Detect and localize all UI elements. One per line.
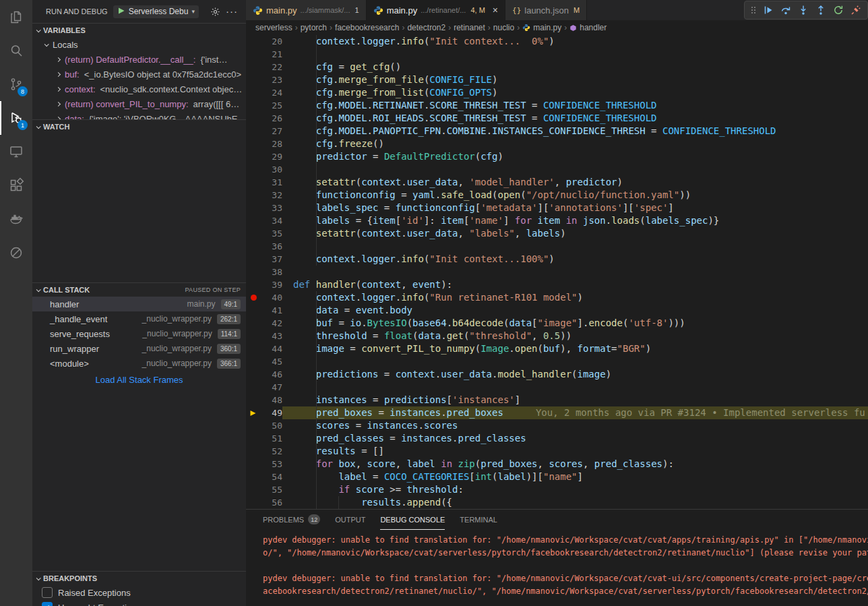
code-line[interactable]: 52 results = []	[246, 445, 868, 458]
code-line[interactable]: 44 image = convert_PIL_to_numpy(Image.op…	[246, 342, 868, 355]
line-number[interactable]: 54	[261, 471, 282, 483]
breadcrumb-item[interactable]: detectron2	[407, 23, 445, 32]
variable-row[interactable]: (return) convert_PIL_to_numpy: array([[[…	[32, 96, 246, 111]
line-number[interactable]: 52	[261, 445, 282, 458]
code-line[interactable]: 25 cfg.MODEL.RETINANET.SCORE_THRESH_TEST…	[246, 99, 868, 112]
code-line[interactable]: 29 predictor = DefaultPredictor(cfg)	[246, 150, 868, 163]
code-editor[interactable]: 20 context.logger.info("Init context... …	[246, 35, 868, 509]
line-number[interactable]: 25	[261, 99, 282, 112]
line-number[interactable]: 51	[261, 432, 282, 445]
line-number[interactable]: 49	[261, 406, 282, 419]
code-line[interactable]: 21	[246, 48, 868, 61]
code-line[interactable]: 47	[246, 381, 868, 394]
code-line[interactable]: 22 cfg = get_cfg()	[246, 61, 868, 73]
line-number[interactable]: 38	[261, 266, 282, 278]
panel-tab-output[interactable]: OUTPUT	[335, 510, 365, 530]
checkbox[interactable]: ✓	[42, 602, 53, 606]
stack-frame[interactable]: handlermain.py49:1	[32, 297, 246, 311]
call-stack-section-header[interactable]: CALL STACK PAUSED ON STEP	[32, 283, 246, 297]
line-number[interactable]: 36	[261, 240, 282, 253]
code-line[interactable]: 20 context.logger.info("Init context... …	[246, 35, 868, 48]
code-line[interactable]: 34 labels = {item['id']: item['name'] fo…	[246, 214, 868, 227]
line-number[interactable]: 45	[261, 355, 282, 368]
debug-current-line-arrow-icon[interactable]	[246, 406, 261, 419]
search-icon[interactable]	[0, 34, 32, 67]
line-number[interactable]: 34	[261, 214, 282, 227]
line-number[interactable]: 22	[261, 61, 282, 73]
code-line[interactable]: 41 data = event.body	[246, 304, 868, 317]
breadcrumb-item[interactable]: nuclio	[493, 23, 514, 32]
line-number[interactable]: 55	[261, 483, 282, 496]
panel-tab-problems[interactable]: PROBLEMS12	[263, 510, 320, 530]
breadcrumb-item[interactable]: serverless	[255, 23, 292, 32]
variables-section-header[interactable]: VARIABLES	[32, 24, 246, 37]
docker-icon[interactable]	[0, 202, 32, 236]
code-line[interactable]: 56 results.append({	[246, 496, 868, 509]
code-line[interactable]: 53 for box, score, label in zip(pred_box…	[246, 458, 868, 471]
line-number[interactable]: 37	[261, 253, 282, 266]
variable-row[interactable]: (return) DefaultPredictor.__call__: {'in…	[32, 52, 246, 67]
code-line[interactable]: 51 pred_classes = instances.pred_classes	[246, 432, 868, 445]
line-number[interactable]: 39	[261, 278, 282, 291]
gear-icon[interactable]	[210, 7, 220, 17]
line-number[interactable]: 30	[261, 163, 282, 176]
line-number[interactable]: 47	[261, 381, 282, 394]
code-line[interactable]: 37 context.logger.info("Init context...1…	[246, 253, 868, 266]
variable-row[interactable]: buf: <_io.BytesIO object at 0x7f5a2dc1ec…	[32, 67, 246, 82]
code-line[interactable]: 38	[246, 266, 868, 278]
step-out-icon[interactable]	[813, 2, 829, 18]
breadcrumb-item[interactable]: retinanet	[454, 23, 485, 32]
code-line[interactable]: 24 cfg.merge_from_list(CONFIG_OPTS)	[246, 86, 868, 99]
line-number[interactable]: 26	[261, 112, 282, 125]
line-number[interactable]: 53	[261, 458, 282, 471]
code-line[interactable]: 31 setattr(context.user_data, 'model_han…	[246, 176, 868, 189]
line-number[interactable]: 50	[261, 419, 282, 432]
line-number[interactable]: 42	[261, 317, 282, 330]
code-line[interactable]: 35 setattr(context.user_data, "labels", …	[246, 227, 868, 240]
debug-config-dropdown[interactable]: Serverless Debu ▾	[113, 5, 199, 18]
line-number[interactable]: 31	[261, 176, 282, 189]
code-line[interactable]: 27 cfg.MODEL.PANOPTIC_FPN.COMBINE.INSTAN…	[246, 125, 868, 138]
line-number[interactable]: 41	[261, 304, 282, 317]
breakpoint-item[interactable]: ✓Uncaught Exceptions	[32, 600, 246, 606]
line-number[interactable]: 40	[261, 291, 282, 304]
code-line[interactable]: 40 context.logger.info("Run retinanet-R1…	[246, 291, 868, 304]
code-line[interactable]: 42 buf = io.BytesIO(base64.b64decode(dat…	[246, 317, 868, 330]
line-number[interactable]: 29	[261, 150, 282, 163]
watch-section-header[interactable]: WATCH	[32, 120, 246, 133]
code-line[interactable]: 48 instances = predictions['instances']	[246, 394, 868, 406]
code-line[interactable]: 39def handler(context, event):	[246, 278, 868, 291]
step-over-icon[interactable]	[778, 2, 794, 18]
editor-tab[interactable]: main.py.../siammask/...1	[246, 0, 367, 20]
line-number[interactable]: 20	[261, 35, 282, 48]
code-line[interactable]: 28 cfg.freeze()	[246, 138, 868, 150]
line-number[interactable]: 23	[261, 73, 282, 86]
line-number[interactable]: 44	[261, 342, 282, 355]
explorer-icon[interactable]	[0, 0, 32, 34]
code-line[interactable]: 32 functionconfig = yaml.safe_load(open(…	[246, 189, 868, 202]
more-actions-icon[interactable]: ···	[226, 8, 238, 15]
code-line[interactable]: 45	[246, 355, 868, 368]
variables-scope-locals[interactable]: Locals	[32, 37, 246, 52]
step-into-icon[interactable]	[795, 2, 811, 18]
code-line[interactable]: 26 cfg.MODEL.ROI_HEADS.SCORE_THRESH_TEST…	[246, 112, 868, 125]
line-number[interactable]: 43	[261, 330, 282, 342]
breadcrumb-item[interactable]: pytorch	[301, 23, 327, 32]
breadcrumb-item[interactable]: handler	[569, 23, 607, 32]
breakpoint-item[interactable]: Raised Exceptions	[32, 585, 246, 600]
variable-row[interactable]: data: {'image': 'iVBORw0KG…AAAANSUhE…	[32, 111, 246, 119]
extensions-icon[interactable]	[0, 169, 32, 202]
close-icon[interactable]: ×	[493, 5, 498, 15]
editor-tab[interactable]: main.py.../retinanet/...4, M×	[367, 0, 505, 20]
code-line[interactable]: 50 scores = instances.scores	[246, 419, 868, 432]
breakpoint-icon[interactable]	[246, 291, 261, 304]
breadcrumb-item[interactable]: facebookresearch	[335, 23, 399, 32]
breadcrumb-item[interactable]: main.py	[522, 23, 561, 32]
load-all-stack-frames-link[interactable]: Load All Stack Frames	[32, 372, 246, 387]
run-and-debug-icon[interactable]: 1	[0, 101, 32, 135]
breakpoints-section-header[interactable]: BREAKPOINTS	[32, 572, 246, 585]
line-number[interactable]: 35	[261, 227, 282, 240]
panel-tab-terminal[interactable]: TERMINAL	[460, 510, 497, 530]
code-line[interactable]: 55 if score >= threshold:	[246, 483, 868, 496]
stack-frame[interactable]: _handle_event_nuclio_wrapper.py262:1	[32, 311, 246, 326]
